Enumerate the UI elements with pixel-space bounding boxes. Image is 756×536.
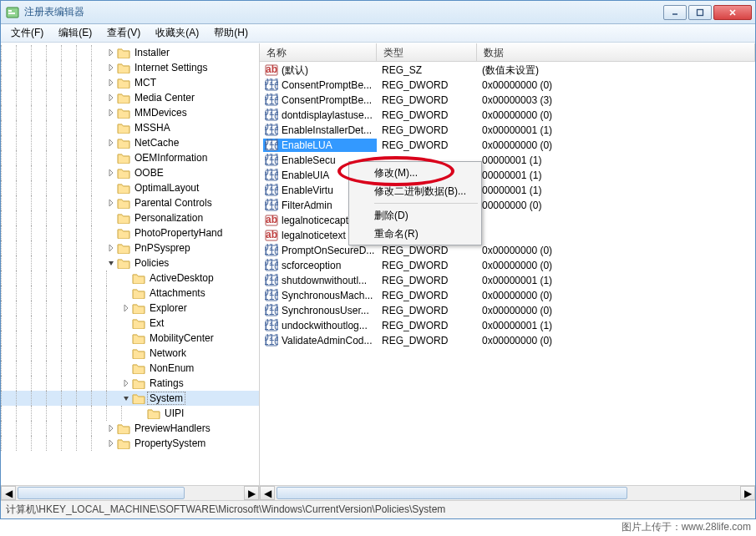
tree-label: System xyxy=(148,392,185,404)
expand-icon[interactable] xyxy=(106,243,116,253)
list-row[interactable]: SynchronousMach...REG_DWORD0x00000000 (0… xyxy=(260,288,755,303)
list-row[interactable]: FilterAdmin00000000 (0) xyxy=(260,198,755,213)
folder-icon xyxy=(117,122,130,134)
maximize-button[interactable] xyxy=(688,5,712,20)
list-row[interactable]: EnableVirtu00000001 (1) xyxy=(260,183,755,198)
scroll-thumb[interactable] xyxy=(18,487,185,499)
list-row[interactable]: ConsentPromptBe...REG_DWORD0x00000000 (0… xyxy=(260,78,755,93)
col-name[interactable]: 名称 xyxy=(260,43,377,61)
list-row[interactable]: EnableLUAREG_DWORD0x00000000 (0) xyxy=(260,138,755,153)
scroll-right-icon[interactable]: ▶ xyxy=(740,486,755,500)
expand-icon[interactable] xyxy=(106,198,116,208)
list-row[interactable]: SynchronousUser...REG_DWORD0x00000000 (0… xyxy=(260,303,755,318)
tree-item[interactable]: OEMInformation xyxy=(1,150,259,165)
value-name: PromptOnSecureD... xyxy=(282,245,374,256)
list-row[interactable]: PromptOnSecureD...REG_DWORD0x00000000 (0… xyxy=(260,243,755,258)
value-data: 00000001 (1) xyxy=(477,169,755,181)
tree-item[interactable]: Explorer xyxy=(1,301,259,316)
minimize-button[interactable] xyxy=(663,5,687,20)
expand-icon[interactable] xyxy=(121,378,131,388)
tree-label: OptimalLayout xyxy=(133,182,200,194)
tree-item[interactable]: MobilityCenter xyxy=(1,331,259,346)
scroll-left-icon[interactable]: ◀ xyxy=(1,486,16,500)
tree-item[interactable]: System xyxy=(1,391,259,406)
folder-icon xyxy=(117,152,130,164)
tree-item[interactable]: PreviewHandlers xyxy=(1,421,259,436)
menu-help[interactable]: 帮助(H) xyxy=(207,24,255,42)
tree-item[interactable]: Personalization xyxy=(1,210,259,225)
list-row[interactable]: dontdisplaylastuse...REG_DWORD0x00000000… xyxy=(260,108,755,123)
list-scroll[interactable]: (默认)REG_SZ(数值未设置)ConsentPromptBe...REG_D… xyxy=(260,62,755,485)
tree-item[interactable]: Parental Controls xyxy=(1,195,259,210)
tree-item[interactable]: Media Center xyxy=(1,90,259,105)
expand-icon[interactable] xyxy=(106,423,116,433)
list-row[interactable]: shutdownwithoutl...REG_DWORD0x00000001 (… xyxy=(260,273,755,288)
scroll-right-icon[interactable]: ▶ xyxy=(244,486,259,500)
ctx-modify-binary[interactable]: 修改二进制数据(B)... xyxy=(351,182,479,200)
tree-item[interactable]: Ratings xyxy=(1,376,259,391)
expand-icon[interactable] xyxy=(106,138,116,148)
menu-view[interactable]: 查看(V) xyxy=(100,24,147,42)
list-row[interactable]: EnableUIA00000001 (1) xyxy=(260,168,755,183)
menu-file[interactable]: 文件(F) xyxy=(4,24,50,42)
expand-icon[interactable] xyxy=(106,63,116,73)
list-row[interactable]: ValidateAdminCod...REG_DWORD0x00000000 (… xyxy=(260,333,755,348)
ctx-modify[interactable]: 修改(M)... xyxy=(351,164,479,182)
expand-icon[interactable] xyxy=(106,108,116,118)
titlebar[interactable]: 注册表编辑器 xyxy=(1,1,755,24)
expand-icon[interactable] xyxy=(106,48,116,58)
value-name: SynchronousUser... xyxy=(282,305,369,316)
close-button[interactable] xyxy=(713,5,752,20)
value-name: (默认) xyxy=(282,63,308,78)
tree-item[interactable]: Network xyxy=(1,346,259,361)
ctx-delete[interactable]: 删除(D) xyxy=(351,206,479,225)
tree-item[interactable]: PropertySystem xyxy=(1,436,259,451)
tree-item[interactable]: ActiveDesktop xyxy=(1,271,259,286)
tree-item[interactable]: MMDevices xyxy=(1,105,259,120)
expand-icon[interactable] xyxy=(106,168,116,178)
ctx-rename[interactable]: 重命名(R) xyxy=(351,225,479,243)
tree-item[interactable]: UIPI xyxy=(1,406,259,421)
list-row[interactable]: scforceoptionREG_DWORD0x00000000 (0) xyxy=(260,258,755,273)
list-row[interactable]: ConsentPromptBe...REG_DWORD0x00000003 (3… xyxy=(260,93,755,108)
scroll-thumb[interactable] xyxy=(277,487,627,499)
menu-favorites[interactable]: 收藏夹(A) xyxy=(149,24,205,42)
expand-icon[interactable] xyxy=(106,258,116,268)
tree-item[interactable]: Attachments xyxy=(1,286,259,301)
tree-item[interactable]: Ext xyxy=(1,316,259,331)
folder-icon xyxy=(132,347,145,359)
list-row[interactable]: EnableInstallerDet...REG_DWORD0x00000001… xyxy=(260,123,755,138)
value-type: REG_SZ xyxy=(377,64,477,76)
col-type[interactable]: 类型 xyxy=(377,43,477,61)
list-row[interactable]: (默认)REG_SZ(数值未设置) xyxy=(260,63,755,78)
tree-item[interactable]: Policies xyxy=(1,255,259,271)
folder-icon xyxy=(117,107,130,119)
expand-icon[interactable] xyxy=(121,393,131,403)
tree-item[interactable]: NonEnum xyxy=(1,361,259,376)
tree-label: Internet Settings xyxy=(133,62,209,73)
tree-item[interactable]: PhotoPropertyHand xyxy=(1,225,259,240)
tree-item[interactable]: MSSHA xyxy=(1,120,259,135)
tree-item[interactable]: Internet Settings xyxy=(1,60,259,75)
value-dw-icon xyxy=(265,184,278,197)
expand-icon[interactable] xyxy=(121,303,131,313)
tree-item[interactable]: PnPSysprep xyxy=(1,240,259,255)
col-data[interactable]: 数据 xyxy=(477,43,755,61)
expand-icon[interactable] xyxy=(106,93,116,103)
tree-scroll[interactable]: InstallerInternet SettingsMCTMedia Cente… xyxy=(1,43,259,485)
tree-item[interactable]: NetCache xyxy=(1,135,259,150)
scroll-left-icon[interactable]: ◀ xyxy=(260,486,275,500)
list-row[interactable]: EnableSecu00000001 (1) xyxy=(260,153,755,168)
expand-icon[interactable] xyxy=(106,78,116,88)
tree-item[interactable]: Installer xyxy=(1,45,259,60)
list-hscroll[interactable]: ◀ ▶ xyxy=(260,485,755,500)
list-row[interactable]: legalnoticetextREG_SZ xyxy=(260,228,755,243)
tree-item[interactable]: OptimalLayout xyxy=(1,180,259,195)
expand-icon[interactable] xyxy=(106,438,116,448)
menu-edit[interactable]: 编辑(E) xyxy=(52,24,99,42)
tree-item[interactable]: OOBE xyxy=(1,165,259,180)
list-row[interactable]: undockwithoutlog...REG_DWORD0x00000001 (… xyxy=(260,318,755,333)
tree-item[interactable]: MCT xyxy=(1,75,259,90)
tree-hscroll[interactable]: ◀ ▶ xyxy=(1,485,259,500)
list-row[interactable]: legalnoticecaptionREG_SZ xyxy=(260,213,755,228)
